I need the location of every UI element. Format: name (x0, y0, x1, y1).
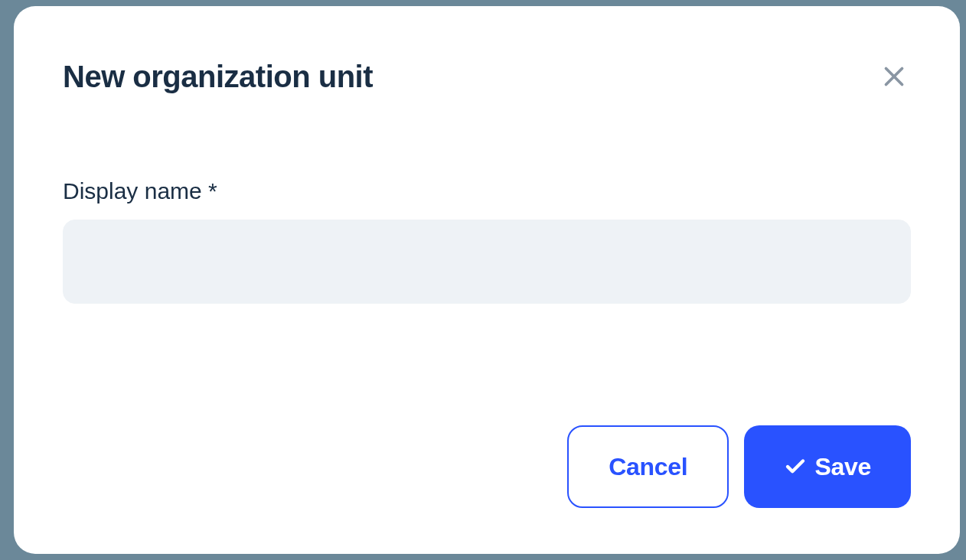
cancel-button-label: Cancel (609, 453, 687, 481)
modal-header: New organization unit (63, 60, 911, 94)
close-icon (880, 63, 908, 90)
display-name-group: Display name * (63, 178, 911, 304)
display-name-input[interactable] (63, 220, 911, 304)
check-icon (784, 455, 807, 478)
new-organization-unit-modal: New organization unit Display name * Can… (14, 6, 960, 554)
close-button[interactable] (877, 60, 911, 93)
save-button-label: Save (814, 453, 871, 481)
display-name-label: Display name * (63, 178, 911, 204)
save-button[interactable]: Save (744, 425, 911, 508)
modal-footer: Cancel Save (63, 425, 911, 508)
modal-title: New organization unit (63, 60, 373, 94)
cancel-button[interactable]: Cancel (567, 425, 729, 508)
